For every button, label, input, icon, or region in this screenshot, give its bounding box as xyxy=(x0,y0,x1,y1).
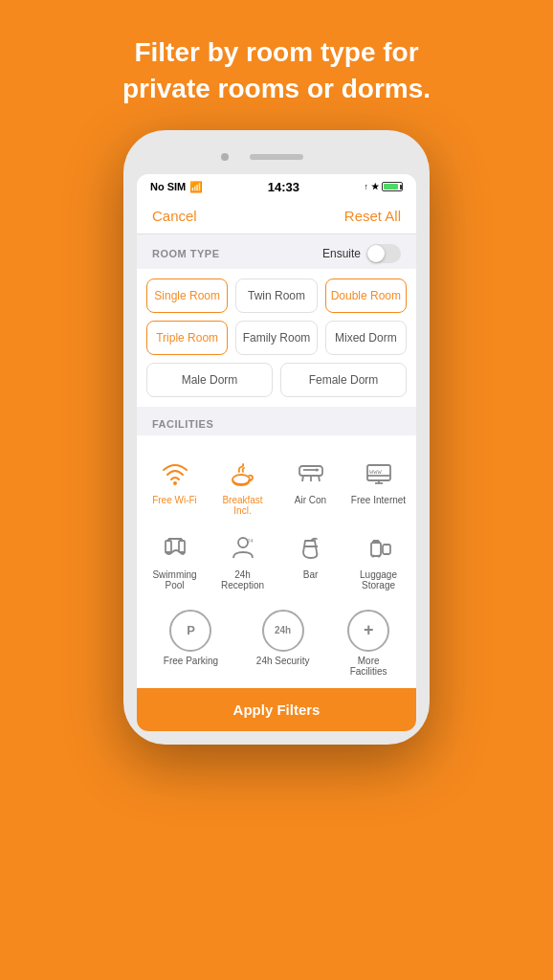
facility-reception[interactable]: 24 24h Reception xyxy=(209,523,276,598)
more-icon: + xyxy=(347,610,389,652)
phone-camera xyxy=(221,153,229,161)
facilities-grid: Free Wi-Fi Breakfast Incl. xyxy=(137,441,416,606)
facility-luggage[interactable]: Luggage Storage xyxy=(344,523,412,598)
svg-text:24: 24 xyxy=(247,538,254,544)
breakfast-icon xyxy=(226,457,260,491)
room-type-section-header: ROOM TYPE Ensuite xyxy=(137,234,416,269)
facility-wifi-label: Free Wi-Fi xyxy=(152,495,197,505)
svg-point-27 xyxy=(371,554,374,557)
reset-all-button[interactable]: Reset All xyxy=(344,208,401,224)
security-icon: 24h xyxy=(262,610,304,652)
status-time: 14:33 xyxy=(268,180,299,194)
carrier-label: No SIM xyxy=(150,181,186,192)
room-double[interactable]: Double Room xyxy=(325,278,407,313)
facility-internet-label: Free Internet xyxy=(351,495,406,505)
room-single[interactable]: Single Room xyxy=(146,278,228,313)
phone-shell: No SIM 📶 14:33 ↑ ★ Cancel Reset All ROOM… xyxy=(123,130,430,745)
pool-icon xyxy=(158,531,192,566)
svg-rect-23 xyxy=(383,545,390,554)
svg-text:www: www xyxy=(369,468,382,476)
svg-point-7 xyxy=(315,468,318,471)
svg-rect-14 xyxy=(166,541,171,552)
room-family[interactable]: Family Room xyxy=(235,321,317,355)
facility-luggage-label: Luggage Storage xyxy=(360,569,397,590)
wifi-icon xyxy=(158,457,192,491)
facility-bar[interactable]: Bar xyxy=(276,523,344,598)
luggage-icon xyxy=(362,531,396,566)
room-triple[interactable]: Triple Room xyxy=(146,321,228,355)
svg-rect-22 xyxy=(371,543,381,556)
svg-point-0 xyxy=(173,481,177,485)
app-header: Cancel Reset All xyxy=(137,198,416,234)
facility-aircon[interactable]: Air Con xyxy=(276,449,344,523)
ensuite-toggle[interactable] xyxy=(366,244,401,263)
facilities-section: Free Wi-Fi Breakfast Incl. xyxy=(137,435,416,688)
facility-pool-label: Swimming Pool xyxy=(152,569,196,590)
room-twin[interactable]: Twin Room xyxy=(235,278,317,313)
facility-internet[interactable]: www Free Internet xyxy=(344,449,412,523)
svg-line-3 xyxy=(302,476,303,481)
internet-icon: www xyxy=(362,457,396,491)
svg-rect-2 xyxy=(299,466,322,476)
bar-icon xyxy=(294,531,328,566)
svg-point-1 xyxy=(232,475,250,484)
facility-wifi[interactable]: Free Wi-Fi xyxy=(141,449,209,523)
status-bar: No SIM 📶 14:33 ↑ ★ xyxy=(137,174,416,198)
apply-filters-button[interactable]: Apply Filters xyxy=(137,688,416,731)
svg-line-5 xyxy=(319,476,320,481)
headline: Filter by room type for private rooms or… xyxy=(84,0,469,130)
wifi-icon: 📶 xyxy=(189,181,203,193)
room-type-grid: Single Room Twin Room Double Room Triple… xyxy=(137,269,416,407)
facility-pool[interactable]: Swimming Pool xyxy=(141,523,209,598)
facility-parking[interactable]: P Free Parking xyxy=(164,610,218,677)
bottom-facilities-row: P Free Parking 24h 24h Security + More F… xyxy=(137,606,416,688)
room-type-title: ROOM TYPE xyxy=(152,248,220,259)
facilities-section-header: FACILITIES xyxy=(137,409,416,435)
facility-more[interactable]: + More Facilities xyxy=(347,610,389,677)
facility-breakfast-label: Breakfast Incl. xyxy=(222,495,262,516)
facility-parking-label: Free Parking xyxy=(164,656,218,666)
location-icon: ↑ xyxy=(365,182,369,191)
reception-icon: 24 xyxy=(226,531,260,566)
ensuite-label: Ensuite xyxy=(322,247,361,260)
aircon-icon xyxy=(294,457,328,491)
svg-rect-15 xyxy=(179,541,185,552)
facility-more-label: More Facilities xyxy=(350,656,387,677)
facilities-title: FACILITIES xyxy=(152,418,213,430)
room-mixed-dorm[interactable]: Mixed Dorm xyxy=(325,321,407,355)
svg-point-28 xyxy=(377,554,380,557)
facility-security-label: 24h Security xyxy=(256,656,310,666)
facility-aircon-label: Air Con xyxy=(295,495,326,505)
ensuite-row: Ensuite xyxy=(322,244,401,263)
phone-screen: No SIM 📶 14:33 ↑ ★ Cancel Reset All ROOM… xyxy=(137,174,416,731)
facility-breakfast[interactable]: Breakfast Incl. xyxy=(209,449,276,523)
bluetooth-icon: ★ xyxy=(371,182,379,191)
facility-security[interactable]: 24h 24h Security xyxy=(256,610,310,677)
phone-speaker xyxy=(250,154,303,160)
parking-icon: P xyxy=(169,610,211,652)
facility-bar-label: Bar xyxy=(303,569,319,580)
facility-reception-label: 24h Reception xyxy=(221,569,264,590)
cancel-button[interactable]: Cancel xyxy=(152,208,197,224)
room-female-dorm[interactable]: Female Dorm xyxy=(280,363,407,397)
battery-icon xyxy=(382,182,403,191)
room-male-dorm[interactable]: Male Dorm xyxy=(146,363,273,397)
